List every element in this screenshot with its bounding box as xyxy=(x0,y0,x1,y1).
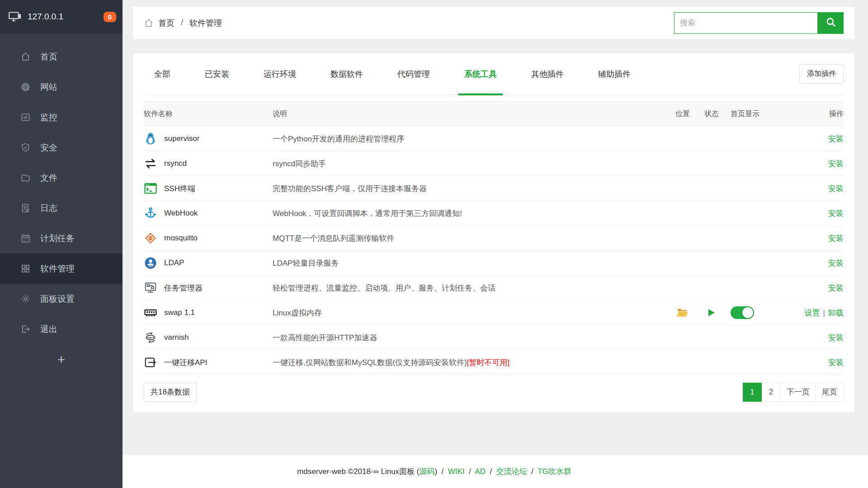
sidebar: 127.0.0.1 0 首页网站监控安全文件日志计划任务软件管理面板设置退出 + xyxy=(0,0,123,488)
sidebar-item-label: 软件管理 xyxy=(40,263,75,275)
sidebar-item-monitor[interactable]: 监控 xyxy=(0,102,123,132)
footer-text: mdserver-web ©2018-∞ Linux面板 (源码) / WIKI… xyxy=(297,466,571,477)
install-link[interactable]: 安装 xyxy=(828,358,844,367)
sidebar-item-label: 首页 xyxy=(40,51,57,63)
sidebar-item-label: 网站 xyxy=(40,81,57,93)
footer-link-交流论坛[interactable]: 交流论坛 xyxy=(496,467,527,476)
footer: mdserver-web ©2018-∞ Linux面板 (源码) / WIKI… xyxy=(123,455,868,488)
page-button-1[interactable]: 1 xyxy=(743,383,762,402)
software-description: 完整功能的SSH客户端，仅用于连接本服务器 xyxy=(273,184,427,193)
ldap-icon: LDAP xyxy=(144,256,157,270)
anchor-icon xyxy=(144,206,157,220)
install-link[interactable]: 安装 xyxy=(828,209,844,218)
table-row: rsyncdrsyncd同步助手安装 xyxy=(144,151,844,176)
penguin-icon xyxy=(144,132,157,145)
open-directory-button[interactable] xyxy=(675,306,689,319)
add-plugin-button[interactable]: 添加插件 xyxy=(799,64,844,84)
footer-link-源码[interactable]: 源码 xyxy=(420,467,435,476)
gear-icon xyxy=(20,294,31,304)
sidebar-item-files[interactable]: 文件 xyxy=(0,163,123,193)
unavailable-warning: [暂时不可用] xyxy=(467,358,509,367)
install-link[interactable]: 安装 xyxy=(828,284,844,292)
tab-other[interactable]: 其他插件 xyxy=(525,53,570,95)
breadcrumb-current: 软件管理 xyxy=(189,18,222,28)
settings-link[interactable]: 设置 xyxy=(805,309,820,317)
footer-static-text: / xyxy=(527,467,538,476)
software-description: 一个Python开发的通用的进程管理程序 xyxy=(273,135,404,143)
action-separator: | xyxy=(823,309,825,317)
software-description: 一键迁移,仅网站数据和MySQL数据(仅支持源码安装软件) xyxy=(273,358,467,367)
sidebar-item-label: 面板设置 xyxy=(40,293,75,305)
software-name: WebHook xyxy=(164,209,198,218)
sidebar-nav: 首页网站监控安全文件日志计划任务软件管理面板设置退出 xyxy=(0,33,123,344)
tabs: 全部已安装运行环境数据软件代码管理系统工具其他插件辅助插件 xyxy=(148,53,659,95)
globe-icon xyxy=(20,82,31,92)
sidebar-item-panel[interactable]: 面板设置 xyxy=(0,284,123,314)
search-button[interactable] xyxy=(818,12,844,34)
page-button-尾页[interactable]: 尾页 xyxy=(816,383,844,402)
sidebar-item-crontab[interactable]: 计划任务 xyxy=(0,223,123,253)
software-description: rsyncd同步助手 xyxy=(273,160,326,168)
sidebar-item-logout[interactable]: 退出 xyxy=(0,314,123,344)
install-link[interactable]: 安装 xyxy=(828,135,844,143)
install-link[interactable]: 安装 xyxy=(828,184,844,193)
sidebar-item-label: 日志 xyxy=(40,202,57,214)
install-link[interactable]: 安装 xyxy=(828,259,844,267)
breadcrumb-separator: / xyxy=(181,18,183,28)
footer-static-text: / xyxy=(465,467,475,476)
service-running-button[interactable] xyxy=(704,306,718,319)
uninstall-link[interactable]: 卸载 xyxy=(828,309,844,317)
column-header: 说明 xyxy=(273,102,675,127)
sidebar-item-site[interactable]: 网站 xyxy=(0,72,123,102)
software-description: 轻松管理进程、流量监控、启动项、用户、服务、计划任务、会话 xyxy=(273,284,495,292)
sidebar-item-label: 文件 xyxy=(40,172,57,184)
page-button-下一页[interactable]: 下一页 xyxy=(781,383,816,402)
sidebar-item-label: 计划任务 xyxy=(40,233,75,244)
install-link[interactable]: 安装 xyxy=(828,234,844,243)
install-link[interactable]: 安装 xyxy=(828,160,844,168)
sidebar-item-home[interactable]: 首页 xyxy=(0,42,123,72)
software-table: 软件名称说明位置状态首页显示操作 supervisor一个Python开发的通用… xyxy=(144,101,844,375)
software-name: rsyncd xyxy=(164,159,187,168)
column-header: 位置 xyxy=(675,102,704,127)
column-header: 状态 xyxy=(704,102,731,127)
sidebar-add-button[interactable]: + xyxy=(0,350,123,370)
install-link[interactable]: 安装 xyxy=(828,333,844,342)
shield-icon xyxy=(20,142,31,153)
sidebar-item-logs[interactable]: 日志 xyxy=(0,193,123,223)
homepage-display-toggle[interactable] xyxy=(731,306,754,319)
footer-link-AD[interactable]: AD xyxy=(475,467,486,476)
mosquitto-icon xyxy=(144,231,157,245)
tab-runtime[interactable]: 运行环境 xyxy=(258,53,302,95)
tab-installed[interactable]: 已安装 xyxy=(199,53,235,95)
tab-database[interactable]: 数据软件 xyxy=(325,53,369,95)
folder-icon xyxy=(20,173,31,183)
footer-static-text: ) / xyxy=(435,467,448,476)
notification-badge[interactable]: 0 xyxy=(104,12,116,22)
footer-link-TG吹水群[interactable]: TG吹水群 xyxy=(538,467,571,476)
software-name: LDAP xyxy=(164,258,184,267)
tab-code[interactable]: 代码管理 xyxy=(392,53,436,95)
search-input[interactable] xyxy=(674,12,818,34)
http-icon: http:// xyxy=(144,331,157,344)
home-icon xyxy=(20,52,31,62)
breadcrumb-home[interactable]: 首页 xyxy=(158,18,175,28)
svg-text:LDAP: LDAP xyxy=(148,265,153,267)
tab-helper[interactable]: 辅助插件 xyxy=(592,53,637,95)
tab-all[interactable]: 全部 xyxy=(148,53,176,95)
pagination-row: 共18条数据 12下一页尾页 xyxy=(144,383,844,402)
toggle-knob xyxy=(742,307,753,318)
software-name: mosquitto xyxy=(164,234,198,243)
table-header-row: 软件名称说明位置状态首页显示操作 xyxy=(144,102,844,127)
table-row: swap 1.1Linux虚拟内存设置|卸载 xyxy=(144,300,844,325)
tab-system[interactable]: 系统工具 xyxy=(458,53,503,95)
footer-link-WIKI[interactable]: WIKI xyxy=(448,467,465,476)
log-icon xyxy=(20,203,31,213)
sidebar-item-soft[interactable]: 软件管理 xyxy=(0,253,123,284)
table-row: WebHookWebHook，可设置回调脚本，通常用于第三方回调通知!安装 xyxy=(144,201,844,226)
footer-static-text: mdserver-web ©2018-∞ Linux面板 ( xyxy=(297,467,419,476)
sidebar-item-safe[interactable]: 安全 xyxy=(0,132,123,163)
page-button-2[interactable]: 2 xyxy=(762,383,781,402)
calendar-icon xyxy=(20,233,31,244)
pagination: 12下一页尾页 xyxy=(743,383,844,402)
